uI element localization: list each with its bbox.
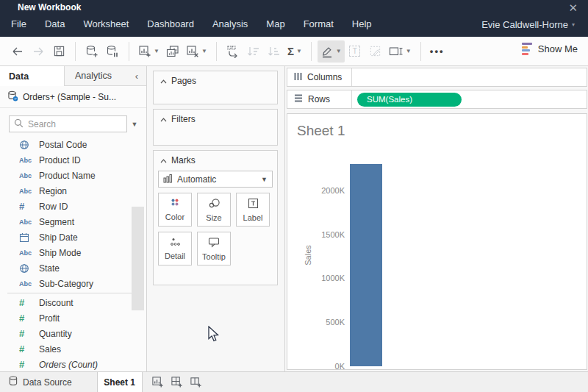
collapse-chevron-icon <box>160 155 167 165</box>
pause-auto-updates-button[interactable] <box>102 40 123 63</box>
mark-type-dropdown[interactable]: Automatic ▼ <box>158 171 273 188</box>
new-story-button[interactable] <box>187 372 206 392</box>
sort-ascending-button <box>243 40 264 63</box>
menu-data[interactable]: Data <box>45 18 65 29</box>
tab-data[interactable]: Data <box>0 66 65 86</box>
field-ship-mode[interactable]: AbcShip Mode <box>0 245 146 260</box>
pause-auto-updates-icon <box>106 45 119 58</box>
search-input[interactable] <box>28 119 122 129</box>
rows-shelf[interactable]: Rows SUM(Sales) <box>287 90 587 109</box>
size-shelf-button[interactable]: Size <box>197 193 231 227</box>
totals-icon: Σ <box>287 46 294 57</box>
field-discount[interactable]: #Discount <box>0 295 146 310</box>
scrollbar-thumb[interactable] <box>132 207 144 310</box>
toolbar: ▼▼Σ▼▼T▼••• <box>0 37 588 66</box>
field-profit[interactable]: #Profit <box>0 310 146 326</box>
tableau-window: New Workbook ✕ FileDataWorksheetDashboar… <box>0 0 588 392</box>
search-box[interactable] <box>9 115 127 132</box>
duplicate-sheet-button[interactable] <box>162 40 183 63</box>
toolbar-divider <box>75 42 76 61</box>
menu-analysis[interactable]: Analysis <box>212 18 248 29</box>
datasource-name: Orders+ (Sample - Su... <box>23 92 116 102</box>
new-dashboard-button[interactable] <box>168 372 187 392</box>
close-icon[interactable]: ✕ <box>568 1 578 15</box>
menu-file[interactable]: File <box>11 18 26 29</box>
clear-sheet-button[interactable]: ▼ <box>183 40 210 63</box>
field-label: Segment <box>39 217 74 227</box>
new-data-source-button[interactable] <box>82 40 102 63</box>
field-row-id[interactable]: #Row ID <box>0 199 146 214</box>
toolbar-divider <box>129 42 129 61</box>
search-options-icon[interactable]: ▼ <box>127 121 142 128</box>
menu-help[interactable]: Help <box>352 18 372 29</box>
field-postal-code[interactable]: Postal Code <box>0 137 146 152</box>
worksheet: Sheet 1 Sales 0K500K1000K1500K2000K <box>287 113 587 370</box>
fit-button[interactable]: ▼ <box>386 40 415 63</box>
redo-icon <box>32 46 45 57</box>
shelf-pane: Pages Filters Marks Automatic ▼ ColorSiz… <box>147 66 285 371</box>
menu-dashboard[interactable]: Dashboard <box>147 18 194 29</box>
filters-card[interactable]: Filters <box>153 109 278 146</box>
menu-format[interactable]: Format <box>304 18 334 29</box>
detail-shelf-button[interactable]: Detail <box>158 232 192 266</box>
abc-icon: Abc <box>19 218 37 226</box>
totals-button[interactable]: Σ▼ <box>284 40 305 63</box>
highlight-button[interactable]: ▼ <box>318 40 345 63</box>
y-tick-label: 1500K <box>287 229 345 240</box>
y-tick-label: 500K <box>287 317 345 327</box>
bar-mark-sum-sales[interactable] <box>350 164 382 366</box>
mark-button-label: Detail <box>165 252 185 260</box>
abc-icon: Abc <box>19 188 37 195</box>
new-worksheet-button[interactable] <box>148 372 168 392</box>
chevron-down-icon: ▼ <box>296 48 302 54</box>
color-shelf-button[interactable]: Color <box>158 193 192 227</box>
datasource-item[interactable]: Orders+ (Sample - Su... <box>0 86 146 108</box>
size-icon <box>208 198 220 211</box>
chevron-down-icon: ▼ <box>336 48 342 54</box>
swap-rows-columns-button[interactable] <box>223 40 243 63</box>
more-button[interactable]: ••• <box>427 40 448 63</box>
abc-icon: Abc <box>19 249 37 257</box>
pages-card[interactable]: Pages <box>153 71 278 104</box>
field-label: Sub-Category <box>39 279 93 289</box>
new-worksheet-button[interactable]: ▼ <box>135 40 162 63</box>
collapse-pane-icon[interactable]: ‹ <box>127 66 146 86</box>
label-shelf-button[interactable]: Label <box>236 193 270 227</box>
chevron-down-icon: ▼ <box>406 48 412 54</box>
menu-map[interactable]: Map <box>266 18 284 29</box>
status-bar: Data Source Sheet 1 <box>0 371 588 392</box>
user-account-menu[interactable]: Evie Caldwell-Horne ▾ <box>481 19 575 30</box>
new-worksheet-icon <box>138 45 151 58</box>
save-button[interactable] <box>49 40 69 63</box>
tab-data-source[interactable]: Data Source <box>0 372 82 392</box>
field-product-id[interactable]: AbcProduct ID <box>0 152 146 168</box>
field-label: Discount <box>39 298 74 308</box>
color-icon <box>169 198 181 210</box>
menu-worksheet[interactable]: Worksheet <box>83 18 129 29</box>
field-ship-date[interactable]: Ship Date <box>0 229 146 245</box>
field-quantity[interactable]: #Quantity <box>0 326 146 341</box>
field-state[interactable]: State <box>0 260 146 276</box>
columns-icon <box>294 72 302 83</box>
pill-sum-sales[interactable]: SUM(Sales) <box>357 93 462 107</box>
field-sub-category[interactable]: AbcSub-Category <box>0 276 146 291</box>
show-me-button[interactable]: Show Me <box>522 43 578 55</box>
undo-button[interactable] <box>7 40 28 63</box>
redo-button <box>28 40 49 63</box>
field-sales[interactable]: #Sales <box>0 341 146 357</box>
chevron-down-icon: ▾ <box>572 21 575 28</box>
field-region[interactable]: AbcRegion <box>0 183 146 199</box>
tab-analytics[interactable]: Analytics <box>65 66 127 86</box>
tab-sheet-1[interactable]: Sheet 1 <box>97 372 143 392</box>
filters-label: Filters <box>171 114 196 124</box>
rows-icon <box>294 94 303 104</box>
field-product-name[interactable]: AbcProduct Name <box>0 168 146 183</box>
show-me-icon <box>522 43 532 55</box>
tooltip-shelf-button[interactable]: Tooltip <box>197 232 231 266</box>
field-orders-count-[interactable]: #Orders (Count) <box>0 357 146 372</box>
user-name: Evie Caldwell-Horne <box>481 19 568 30</box>
duplicate-sheet-icon <box>166 45 179 58</box>
columns-shelf[interactable]: Columns <box>287 68 587 87</box>
datasource-icon <box>7 90 18 104</box>
field-segment[interactable]: AbcSegment <box>0 214 146 229</box>
